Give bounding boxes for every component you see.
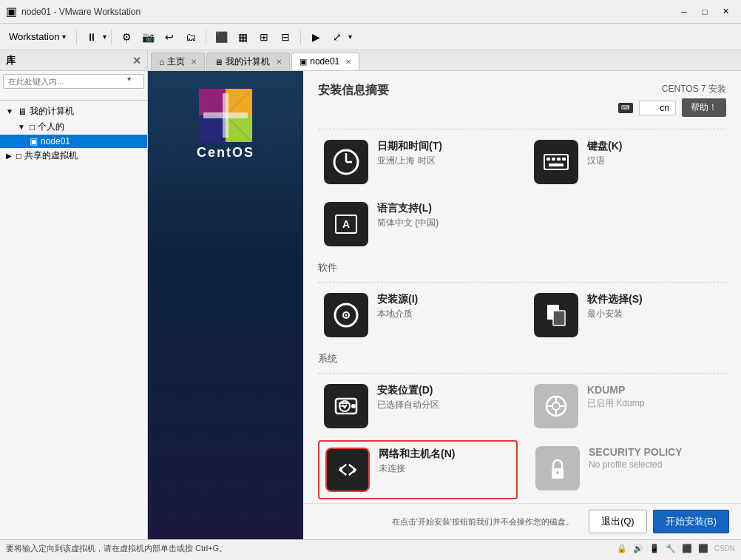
- datetime-info: 日期和时间(T) 亚洲/上海 时区: [377, 140, 510, 167]
- start-install-button[interactable]: 开始安装(B): [653, 510, 729, 533]
- tab-home[interactable]: ⌂ 主页 ✕: [151, 53, 205, 70]
- status-message: 要将输入定向到该虚拟机，请在虚拟机内部单击或按 Ctrl+G。: [6, 543, 227, 554]
- expand-dropdown-icon: ▾: [348, 33, 352, 41]
- folder-icon: □: [30, 122, 35, 132]
- svg-rect-13: [544, 155, 568, 169]
- kdump-desc: 已启用 Kdump: [587, 397, 720, 410]
- search-input[interactable]: [3, 74, 144, 89]
- sidebar: 库 ✕ ▾ ▼ 🖥 我的计算机 ▼ □ 个人的 ▣ node01: [0, 50, 148, 539]
- snapshot-button[interactable]: 📷: [138, 27, 158, 47]
- tab-node01[interactable]: ▣ node01 ✕: [291, 53, 359, 70]
- keyboard-name: 键盘(K): [587, 140, 720, 153]
- svg-text:A: A: [342, 218, 350, 230]
- content-area: ⌂ 主页 ✕ 🖥 我的计算机 ✕ ▣ node01 ✕: [148, 50, 741, 539]
- menu-separator-3: [206, 30, 206, 44]
- sidebar-item-shared-vms[interactable]: ▶ □ 共享的虚拟机: [0, 148, 147, 163]
- network-item[interactable]: 网络和主机名(N) 未连接: [318, 440, 518, 499]
- kb-row: ⌨ cn 帮助！: [618, 98, 726, 117]
- toolbar-group-1: ⏸ ▾: [81, 27, 106, 47]
- tab-my-computer[interactable]: 🖥 我的计算机 ✕: [206, 53, 290, 70]
- software-select-desc: 最小安装: [587, 308, 720, 320]
- install-location-info: 安装位置(D) 已选择自动分区: [377, 384, 510, 411]
- centos-logo: [196, 86, 255, 145]
- sidebar-title: 库: [6, 54, 16, 67]
- revert-button[interactable]: ↩: [159, 27, 180, 47]
- keyboard-item[interactable]: 键盘(K) 汉语: [528, 134, 726, 190]
- menubar: Workstation ▾ ⏸ ▾ ⚙ 📷 ↩ 🗂 ⬛ ▦ ⊞ ⊟ ▶ ⤢ ▾: [0, 24, 741, 50]
- kdump-item[interactable]: KDUMP 已启用 Kdump: [528, 378, 726, 434]
- maximize-button[interactable]: □: [695, 4, 714, 19]
- fit-window-button[interactable]: ▦: [232, 27, 253, 47]
- software-select-info: 软件选择(S) 最小安装: [587, 293, 720, 320]
- exit-button[interactable]: 退出(Q): [589, 510, 647, 533]
- section-system: 系统: [318, 349, 726, 365]
- datetime-item[interactable]: 日期和时间(T) 亚洲/上海 时区: [318, 134, 516, 190]
- tab-home-close[interactable]: ✕: [191, 58, 197, 66]
- kdump-icon: [534, 384, 578, 428]
- software-select-item[interactable]: 软件选择(S) 最小安装: [528, 287, 726, 343]
- datetime-icon: [324, 140, 368, 184]
- titlebar-title: node01 - VMware Workstation: [21, 7, 674, 17]
- unity-button[interactable]: ⊟: [275, 27, 296, 47]
- toolbar-group-3: ⬛ ▦ ⊞ ⊟: [211, 27, 296, 47]
- network-desc: 未连接: [379, 462, 510, 475]
- svg-point-23: [345, 314, 348, 317]
- sidebar-item-node01[interactable]: ▣ node01: [0, 135, 147, 148]
- security-item[interactable]: SECURITY POLICY No profile selected: [529, 440, 726, 499]
- fullscreen-button[interactable]: ⊞: [254, 27, 274, 47]
- centos-brand-text: CentOS: [197, 145, 254, 161]
- language-item[interactable]: A 语言支持(L) 简体中文 (中国): [318, 196, 522, 252]
- my-computer-label: 我的计算机: [30, 105, 74, 118]
- install-title: 安装信息摘要: [318, 83, 389, 98]
- vm-settings-button[interactable]: ⚙: [116, 27, 137, 47]
- network-svg: [334, 456, 361, 483]
- kb-value: cn: [639, 101, 676, 115]
- install-location-item[interactable]: 安装位置(D) 已选择自动分区: [318, 378, 516, 434]
- toolbar-group-2: ⚙ 📷 ↩ 🗂: [116, 27, 201, 47]
- svg-rect-15: [552, 158, 555, 161]
- help-button[interactable]: 帮助！: [682, 98, 726, 117]
- workstation-label: Workstation: [9, 31, 59, 42]
- menu-separator-2: [111, 30, 112, 44]
- kdump-info: KDUMP 已启用 Kdump: [587, 384, 720, 410]
- tab-node01-close[interactable]: ✕: [345, 58, 351, 66]
- expander-shared: ▶: [6, 152, 12, 160]
- keyboard-icon: ⌨: [618, 103, 633, 113]
- action-hint: 在点击'开始安装'按钮前我们并不会操作您的磁盘。: [315, 516, 583, 527]
- tab-node01-icon: ▣: [300, 57, 307, 67]
- console-button[interactable]: ▶: [305, 27, 326, 47]
- shared-label: 共享的虚拟机: [24, 149, 78, 162]
- status-icon-2: ⬛: [698, 544, 708, 553]
- tab-home-label: 主页: [167, 55, 185, 68]
- workstation-menu[interactable]: Workstation ▾: [3, 28, 72, 45]
- menu-separator-1: [76, 30, 77, 44]
- pause-button[interactable]: ⏸: [81, 27, 102, 47]
- section-software: 软件: [318, 258, 726, 274]
- network-info: 网络和主机名(N) 未连接: [379, 448, 510, 475]
- centos-sidebar: CentOS: [148, 71, 303, 539]
- svg-rect-18: [549, 163, 564, 166]
- status-icon-lock: 🔒: [617, 544, 627, 553]
- action-bar: 在点击'开始安装'按钮前我们并不会操作您的磁盘。 退出(Q) 开始安装(B): [303, 503, 741, 539]
- sidebar-item-my-computer[interactable]: ▼ 🖥 我的计算机: [0, 104, 147, 119]
- minimize-button[interactable]: ─: [674, 4, 694, 19]
- expand-button[interactable]: ⤢: [327, 27, 348, 47]
- sidebar-close-button[interactable]: ✕: [132, 55, 141, 67]
- install-content: 安装信息摘要 CENTOS 7 安装 ⌨ cn 帮助！: [303, 71, 741, 503]
- keyboard-info: 键盘(K) 汉语: [587, 140, 720, 167]
- search-dropdown-icon[interactable]: ▾: [127, 75, 131, 83]
- fit-guest-button[interactable]: ⬛: [211, 27, 231, 47]
- sidebar-item-personal[interactable]: ▼ □ 个人的: [0, 119, 147, 135]
- tab-mypc-close[interactable]: ✕: [276, 58, 282, 66]
- security-name: SECURITY POLICY: [589, 446, 720, 458]
- install-source-item[interactable]: 安装源(I) 本地介质: [318, 287, 516, 343]
- status-icon-1: ⬛: [682, 544, 692, 553]
- close-button[interactable]: ✕: [716, 4, 735, 19]
- kdump-name: KDUMP: [587, 384, 720, 396]
- svg-point-27: [351, 404, 356, 408]
- snapshot-manager-button[interactable]: 🗂: [180, 27, 201, 47]
- titlebar-controls: ─ □ ✕: [674, 4, 735, 19]
- centos-install-info: CENTOS 7 安装 ⌨ cn 帮助！: [618, 83, 726, 117]
- install-location-name: 安装位置(D): [377, 384, 510, 397]
- status-icon-settings: 🔧: [666, 544, 676, 553]
